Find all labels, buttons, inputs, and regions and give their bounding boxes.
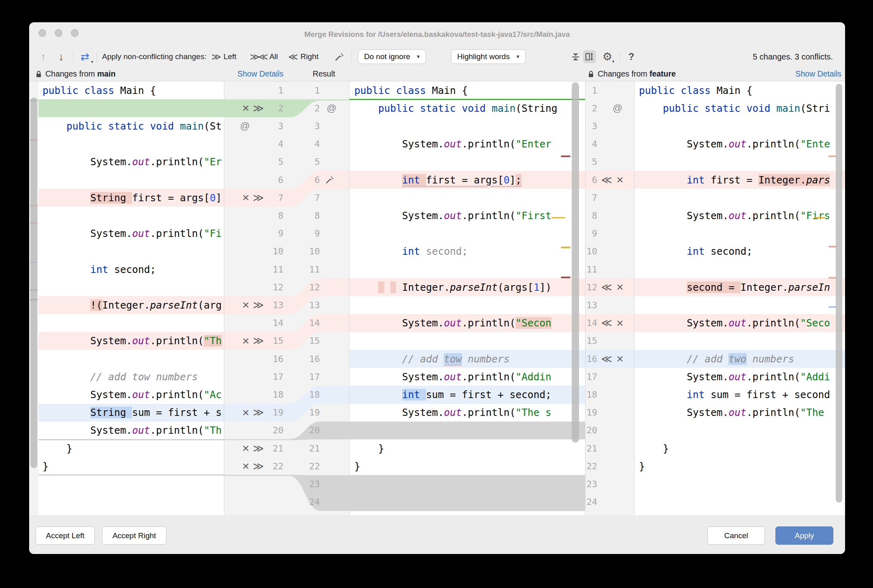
ignore-change-icon[interactable]: × <box>614 171 626 189</box>
apply-change-left-icon[interactable]: ≪ <box>601 171 612 189</box>
code-text: System.out.println("Th <box>38 335 222 347</box>
ignore-change-icon[interactable]: × <box>240 189 251 207</box>
left-code-pane[interactable]: public class Main { public static void m… <box>38 81 224 516</box>
arrow-down-icon: ↓ <box>59 51 64 63</box>
pane-separator <box>634 81 635 516</box>
right-branch-name: feature <box>649 69 676 78</box>
window-title: Merge Revisions for /Users/elena.baskako… <box>29 30 845 39</box>
code-line: int sum = first + second; <box>349 386 585 403</box>
code-line: public class Main { <box>634 81 845 99</box>
resolve-conflict-wand-icon[interactable] <box>324 171 336 189</box>
compare-options-button[interactable]: ⇄ ▾ <box>76 47 94 67</box>
code-line: System.out.println("Addin <box>349 368 585 386</box>
result-code-pane[interactable]: public class Main { public static void m… <box>349 81 585 516</box>
next-change-button[interactable]: ↓ <box>54 47 68 67</box>
apply-button[interactable]: Apply <box>775 526 833 545</box>
code-line: int sum = first + second <box>634 386 845 403</box>
ignore-change-icon[interactable]: × <box>240 296 251 314</box>
line-number: 15 <box>296 332 320 350</box>
code-line <box>634 332 845 350</box>
line-number: 18 <box>296 386 320 403</box>
code-text: // add tow numbers <box>349 353 510 365</box>
code-line: System.out.println("Seco <box>634 314 845 332</box>
apply-change-right-icon[interactable]: ≫ <box>253 457 264 475</box>
apply-left-button[interactable]: ≫ Left <box>211 47 236 67</box>
line-number: 4 <box>259 135 283 153</box>
apply-change-left-icon[interactable]: ≪ <box>601 314 612 332</box>
code-line: second = Integer.parseIn <box>634 278 845 296</box>
ignore-change-icon[interactable]: × <box>240 99 251 117</box>
code-line <box>634 225 845 243</box>
code-line: System.out.println("Th <box>38 332 224 350</box>
accept-left-button[interactable]: Accept Left <box>36 526 95 545</box>
apply-all-button[interactable]: ≫≪ All <box>250 47 278 67</box>
code-text: System.out.println("Ente <box>634 138 830 150</box>
line-number: 14 <box>259 314 283 332</box>
right-show-details-link[interactable]: Show Details <box>789 67 841 81</box>
ignore-change-icon[interactable]: × <box>240 457 251 475</box>
synchronized-scrolling-button[interactable] <box>583 50 596 63</box>
code-line: int first = args[0]; <box>349 171 585 189</box>
separator <box>351 51 352 62</box>
pane-separator <box>224 81 224 516</box>
accept-right-button[interactable]: Accept Right <box>102 526 166 545</box>
apply-right-button[interactable]: ≪ Right <box>288 47 318 67</box>
line-number: 2 <box>296 99 320 117</box>
code-text: System.out.println("Addin <box>349 371 551 383</box>
code-line <box>349 225 585 243</box>
right-code-pane[interactable]: public class Main { public static void m… <box>634 81 845 516</box>
chevron-down-icon: ▾ <box>91 60 93 64</box>
line-number: 12 <box>259 278 283 296</box>
code-line <box>38 135 224 153</box>
apply-change-right-icon[interactable]: ≫ <box>253 439 264 457</box>
resolve-simple-conflicts-button[interactable] <box>332 47 347 67</box>
apply-change-right-icon[interactable]: ≫ <box>253 296 264 314</box>
settings-button[interactable]: ⚙ ▾ <box>599 47 615 67</box>
lock-icon <box>588 70 594 78</box>
sync-scroll-icon <box>585 52 594 62</box>
line-number: 3 <box>583 117 597 135</box>
separator <box>96 51 97 62</box>
left-pane-header: Changes from main <box>36 67 115 81</box>
line-number: 23 <box>296 475 320 493</box>
line-number: 16 <box>296 350 320 368</box>
ignore-change-icon[interactable]: × <box>614 314 626 332</box>
code-text: second = Integer.parseIn <box>634 281 830 293</box>
line-number: 20 <box>296 422 320 439</box>
code-line: System.out.println("The s <box>349 404 585 422</box>
apply-change-right-icon[interactable]: ≫ <box>253 189 264 207</box>
help-button[interactable]: ? <box>624 47 638 67</box>
code-line <box>634 296 845 314</box>
line-number: 7 <box>583 189 597 207</box>
ignore-change-icon[interactable]: × <box>240 439 251 457</box>
chevron-down-icon: ▼ <box>416 54 421 60</box>
ignore-change-icon[interactable]: × <box>240 404 251 422</box>
annotation-marker-icon: @ <box>239 117 251 135</box>
separator <box>73 51 73 62</box>
apply-change-left-icon[interactable]: ≪ <box>601 350 612 368</box>
ignore-policy-select[interactable]: Do not ignore ▼ <box>358 49 426 64</box>
line-number: 20 <box>259 422 283 439</box>
previous-change-button[interactable]: ↑ <box>36 47 50 67</box>
apply-change-right-icon[interactable]: ≫ <box>253 332 264 350</box>
ignore-change-icon[interactable]: × <box>240 332 251 350</box>
apply-change-right-icon[interactable]: ≫ <box>253 404 264 422</box>
left-show-details-link[interactable]: Show Details <box>231 67 283 81</box>
code-line: int second; <box>634 243 845 260</box>
code-text: System.out.println("Seco <box>634 317 830 329</box>
collapsed-change-line <box>38 475 224 475</box>
apply-change-left-icon[interactable]: ≪ <box>601 278 612 296</box>
line-number: 13 <box>296 296 320 314</box>
line-number: 1 <box>259 81 283 99</box>
ignore-change-icon[interactable]: × <box>614 278 626 296</box>
line-number: 10 <box>259 243 283 260</box>
left-overview-stripe[interactable] <box>29 81 38 516</box>
apply-nonconflicting-label: Apply non-conflicting changes: <box>102 52 207 61</box>
cancel-button[interactable]: Cancel <box>707 526 765 545</box>
collapse-unchanged-button[interactable] <box>569 47 582 67</box>
highlight-policy-select[interactable]: Highlight words ▼ <box>451 49 526 64</box>
line-number: 1 <box>296 81 320 99</box>
code-line: public static void main(St <box>38 117 224 135</box>
apply-change-right-icon[interactable]: ≫ <box>253 99 264 117</box>
ignore-change-icon[interactable]: × <box>614 350 626 368</box>
